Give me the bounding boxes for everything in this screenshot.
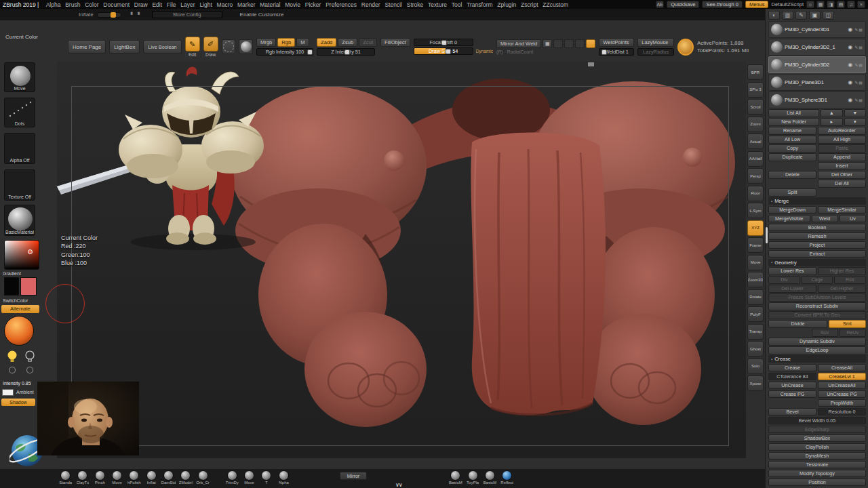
ambient-label[interactable]: Ambient: [16, 390, 34, 394]
visibility-eye-icon[interactable]: ◉: [848, 97, 852, 103]
custom-button-3[interactable]: [575, 39, 585, 48]
stroke-slot-icon[interactable]: ◫: [823, 11, 834, 20]
xyz-button[interactable]: XYZ: [747, 220, 764, 236]
tool-button[interactable]: Rstr: [834, 276, 866, 284]
weld-dist-slider[interactable]: WeldDist 1: [599, 48, 634, 56]
zsub-button[interactable]: Zsub: [338, 38, 357, 47]
secondary-color-swatch[interactable]: [4, 277, 19, 296]
tool-button[interactable]: Insert: [818, 162, 866, 170]
tool-button[interactable]: Modify Topology: [768, 470, 866, 478]
mirror-grid-icon[interactable]: ▦: [542, 39, 552, 48]
tool-button[interactable]: Duplicate: [768, 153, 816, 161]
lightbox-button[interactable]: LightBox: [109, 40, 140, 54]
menu-item[interactable]: ZZcustom: [540, 1, 571, 8]
color-picker[interactable]: [4, 240, 39, 270]
material-preview-icon[interactable]: ◐: [768, 11, 780, 20]
tool-button[interactable]: Remesh: [768, 232, 866, 241]
tool-button[interactable]: Dynamic Subdiv: [768, 338, 866, 346]
live-boolean-button[interactable]: Live Boolean: [143, 40, 181, 54]
menu-item[interactable]: Macro: [214, 1, 235, 8]
tool-button[interactable]: Del Higher: [818, 285, 866, 293]
menu-item[interactable]: File: [164, 1, 178, 8]
menu-item[interactable]: Preferences: [323, 1, 359, 8]
tool-button[interactable]: Resolution 0: [818, 408, 866, 416]
dock-icons[interactable]: ▘▝: [131, 12, 141, 18]
tool-button[interactable]: DynaMesh: [768, 452, 866, 460]
menu-item[interactable]: Transform: [465, 1, 495, 8]
visibility-eye-icon[interactable]: ◉: [848, 79, 852, 85]
draw-size-slider[interactable]: Draw Size 54: [414, 47, 473, 55]
menu-item[interactable]: Zplugin: [495, 1, 519, 8]
list-icon[interactable]: ▤: [837, 1, 845, 8]
tool-button[interactable]: Convert BPR To Geo: [768, 311, 866, 319]
material-sphere-icon[interactable]: [239, 39, 253, 54]
tool-button[interactable]: Smt: [829, 320, 866, 328]
subtool-item[interactable]: PM3D_Cylinder3D2_1 ◉ ✎▤: [768, 39, 866, 56]
solo-button[interactable]: Solo: [747, 359, 764, 374]
document-canvas[interactable]: Current Color Red :220 Green:100 Blue :1…: [57, 61, 746, 458]
texture-off-slot[interactable]: Texture Off: [4, 169, 35, 201]
subtool-item[interactable]: PM3D_Cylinder3D1 ◉ ✎▤: [768, 21, 866, 38]
menu-item[interactable]: Stroke: [404, 1, 425, 8]
gyro-move-icon[interactable]: [222, 39, 236, 54]
aahalf-button[interactable]: AAHalf: [747, 151, 764, 167]
switch-color-button[interactable]: SwitchColor: [3, 298, 28, 303]
menu-item[interactable]: Material: [258, 1, 283, 8]
tool-button[interactable]: Crease: [768, 364, 816, 372]
mrgb-button[interactable]: Mrgb: [256, 38, 276, 47]
menu-item[interactable]: Draw: [132, 1, 150, 8]
canvas-split-handle[interactable]: [588, 62, 594, 66]
menu-item[interactable]: Marker: [235, 1, 258, 8]
split-view-icon[interactable]: ◨: [827, 1, 835, 8]
actual-button[interactable]: Actual: [747, 134, 764, 149]
dynamic-label[interactable]: Dynamic: [476, 49, 493, 54]
brush-slot[interactable]: TrimDy: [224, 470, 241, 485]
brush-slot[interactable]: Orb_Cr: [194, 470, 211, 485]
brush-slot[interactable]: Move: [241, 470, 258, 485]
note-icon[interactable]: ♫: [847, 1, 855, 8]
fill-object-button[interactable]: FillObject: [380, 38, 410, 47]
subtool-item[interactable]: PM3D_Plane3D1 ◉ ✎▤: [768, 74, 866, 91]
brightness-icon[interactable]: ☼: [806, 1, 814, 8]
color-picker-cursor[interactable]: [28, 249, 33, 254]
tool-button[interactable]: CreaseAll: [818, 364, 866, 372]
see-through-slider[interactable]: See-through 0: [702, 1, 743, 8]
weld-points-button[interactable]: WeldPoints: [599, 38, 634, 47]
menu-item[interactable]: Color: [83, 1, 101, 8]
visibility-eye-icon[interactable]: ◉: [848, 44, 852, 50]
brush-slot[interactable]: ZModel: [177, 470, 194, 485]
zoom-button[interactable]: Zoom: [747, 117, 764, 132]
radial-count-slider[interactable]: RadialCount: [507, 49, 534, 54]
tool-button[interactable]: MergeSimilar: [818, 206, 866, 214]
stroke-thumbnail-dots[interactable]: Dots: [4, 98, 35, 127]
tool-button[interactable]: CTolerance 84: [768, 373, 816, 381]
m-button[interactable]: M: [296, 38, 309, 47]
tool-button[interactable]: EdgeSharp: [768, 426, 866, 434]
texture-slot-icon[interactable]: ▥: [782, 11, 793, 20]
material-slot[interactable]: BasicM: [447, 470, 464, 485]
tool-button[interactable]: Suv: [812, 329, 838, 337]
list-all-button[interactable]: List All: [768, 109, 819, 117]
tool-button[interactable]: CreaseLvl 1: [818, 373, 866, 381]
tool-button[interactable]: Position: [768, 479, 866, 487]
ghost-button[interactable]: Ghost: [747, 341, 764, 357]
visibility-eye-icon[interactable]: ◉: [848, 26, 852, 33]
bpr-button[interactable]: BPR: [747, 64, 764, 80]
tool-button[interactable]: Divide: [768, 320, 827, 328]
store-config-button[interactable]: Store Config: [152, 11, 222, 18]
move-3d-button[interactable]: Move: [747, 255, 764, 270]
shelf-caret-icon[interactable]: ∨∨: [395, 482, 402, 488]
subtool-extra-icons[interactable]: ✎▤: [854, 80, 863, 85]
spix-slider[interactable]: SPix 3: [747, 82, 764, 98]
brush-slot[interactable]: DamStd: [160, 470, 177, 485]
tool-button[interactable]: Project: [768, 241, 866, 249]
subtool-down-button[interactable]: ▼: [844, 109, 866, 117]
custom-button-4[interactable]: [586, 39, 595, 48]
transp-button[interactable]: Transp: [747, 324, 764, 340]
menu-item[interactable]: Alpha: [43, 1, 63, 8]
tool-button[interactable]: UnCrease PG: [818, 390, 866, 399]
panel-scrollbar[interactable]: [766, 227, 768, 243]
ambient-swatch[interactable]: [2, 389, 14, 396]
lazy-mouse-button[interactable]: LazyMouse: [637, 38, 674, 47]
tool-button[interactable]: Uv: [840, 215, 866, 223]
